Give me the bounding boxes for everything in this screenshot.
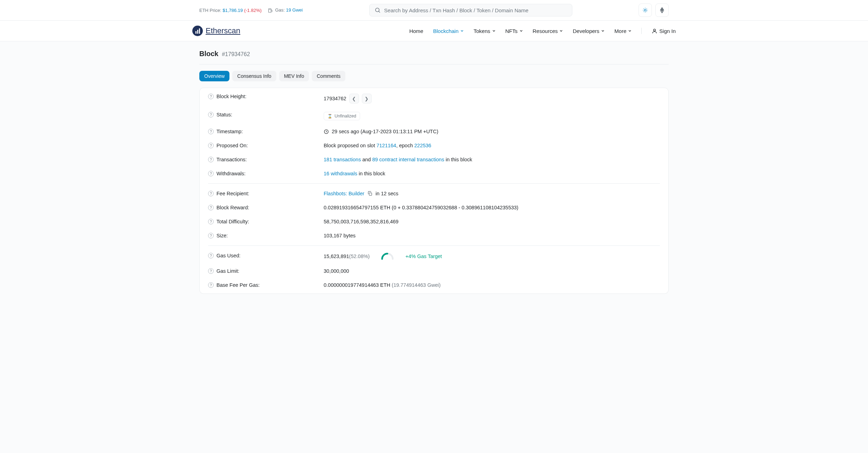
help-icon[interactable]: ? xyxy=(208,129,214,134)
row-gas-limit: ?Gas Limit: 30,000,000 xyxy=(200,264,668,278)
search-bar[interactable] xyxy=(369,4,572,16)
timestamp-full: (Aug-17-2023 01:13:11 PM +UTC) xyxy=(360,129,438,134)
help-icon[interactable]: ? xyxy=(208,191,214,196)
eth-price-change: (-1.82%) xyxy=(243,8,261,13)
row-timestamp: ?Timestamp: 29 secs ago (Aug-17-2023 01:… xyxy=(200,124,668,138)
nav-links: Home Blockchain Tokens NFTs Resources De… xyxy=(409,28,676,34)
proposed-mid: , epoch xyxy=(396,143,414,148)
label: Gas Used: xyxy=(216,253,241,258)
label: Fee Recipient: xyxy=(216,191,249,196)
svg-point-3 xyxy=(654,29,656,31)
label: Total Difficulty: xyxy=(216,219,249,224)
tab-comments[interactable]: Comments xyxy=(312,71,345,81)
gas-label: Gas: xyxy=(274,7,286,13)
ethereum-icon xyxy=(660,7,664,13)
search-icon xyxy=(374,7,381,13)
label: Gas Limit: xyxy=(216,268,239,274)
divider xyxy=(208,183,660,184)
help-icon[interactable]: ? xyxy=(208,94,214,99)
nav-blockchain[interactable]: Blockchain xyxy=(433,28,464,34)
page-header: Block #17934762 xyxy=(199,41,669,64)
label: Status: xyxy=(216,112,232,117)
block-height-value: 17934762 xyxy=(324,96,346,101)
size-value: 103,167 bytes xyxy=(324,233,356,238)
eth-price-link[interactable]: $1,786.19 xyxy=(222,8,243,13)
gas-used-pct: (52.08%) xyxy=(349,253,370,259)
row-gas-used: ?Gas Used: 15,623,891(52.08%) +4% Gas Ta… xyxy=(200,249,668,264)
row-status: ?Status: ⌛Unfinalized xyxy=(200,108,668,124)
sun-icon xyxy=(642,7,648,13)
help-icon[interactable]: ? xyxy=(208,205,214,210)
search-input[interactable] xyxy=(384,7,567,13)
chevron-down-icon xyxy=(460,29,464,33)
divider xyxy=(641,28,642,34)
row-block-reward: ?Block Reward: 0.028919316654797155 ETH … xyxy=(200,201,668,215)
prev-block-button[interactable]: ❮ xyxy=(349,94,359,103)
row-fee-recipient: ?Fee Recipient: Flashbots: Builder in 12… xyxy=(200,187,668,201)
nav-developers[interactable]: Developers xyxy=(573,28,605,34)
nav-tokens[interactable]: Tokens xyxy=(474,28,496,34)
help-icon[interactable]: ? xyxy=(208,282,214,288)
fee-recipient-time: in 12 secs xyxy=(376,191,398,196)
nav-more[interactable]: More xyxy=(614,28,632,34)
row-size: ?Size: 103,167 bytes xyxy=(200,229,668,243)
withdrawals-link[interactable]: 16 withdrawals xyxy=(324,171,357,176)
slot-link[interactable]: 7121164 xyxy=(377,143,396,148)
tab-overview[interactable]: Overview xyxy=(199,71,229,81)
divider xyxy=(208,245,660,246)
label: Block Reward: xyxy=(216,205,249,210)
label: Proposed On: xyxy=(216,143,248,148)
help-icon[interactable]: ? xyxy=(208,233,214,238)
block-number: #17934762 xyxy=(222,51,250,58)
theme-toggle-button[interactable] xyxy=(639,4,652,17)
logo-text: Etherscan xyxy=(206,26,240,35)
gas-target: +4% Gas Target xyxy=(405,253,442,259)
tab-mev[interactable]: MEV Info xyxy=(279,71,309,81)
label: Timestamp: xyxy=(216,129,243,134)
epoch-link[interactable]: 222536 xyxy=(414,143,431,148)
help-icon[interactable]: ? xyxy=(208,157,214,162)
chevron-down-icon xyxy=(559,29,563,33)
chevron-down-icon xyxy=(492,29,496,33)
nav-home[interactable]: Home xyxy=(409,28,423,34)
help-icon[interactable]: ? xyxy=(208,112,214,117)
label: Base Fee Per Gas: xyxy=(216,282,260,288)
gas-limit-value: 30,000,000 xyxy=(324,268,349,274)
help-icon[interactable]: ? xyxy=(208,143,214,148)
label: Block Height: xyxy=(216,94,246,99)
withdrawals-suffix: in this block xyxy=(357,171,385,176)
help-icon[interactable]: ? xyxy=(208,219,214,224)
gas-used-value: 15,623,891 xyxy=(324,253,349,259)
topbar-actions xyxy=(639,4,669,17)
help-icon[interactable]: ? xyxy=(208,253,214,258)
next-block-button[interactable]: ❯ xyxy=(362,94,372,103)
row-withdrawals: ?Withdrawals: 16 withdrawals in this blo… xyxy=(200,167,668,181)
base-fee-eth: 0.000000019774914463 ETH xyxy=(324,282,392,288)
block-reward-value: 0.028919316654797155 ETH (0 + 0.33788042… xyxy=(324,205,518,210)
fee-recipient-link[interactable]: Flashbots: Builder xyxy=(324,191,364,196)
help-icon[interactable]: ? xyxy=(208,171,214,176)
tab-consensus[interactable]: Consensus Info xyxy=(232,71,276,81)
gauge-icon xyxy=(381,253,394,260)
row-total-difficulty: ?Total Difficulty: 58,750,003,716,598,35… xyxy=(200,215,668,229)
copy-icon[interactable] xyxy=(367,191,373,196)
block-details-card: ?Block Height: 17934762 ❮ ❯ ?Status: ⌛Un… xyxy=(199,88,669,294)
nav-nfts[interactable]: NFTs xyxy=(505,28,523,34)
internal-tx-link[interactable]: 89 contract internal transactions xyxy=(372,157,445,162)
tx-count-link[interactable]: 181 transactions xyxy=(324,157,361,162)
eth-network-button[interactable] xyxy=(655,4,669,17)
tabs: Overview Consensus Info MEV Info Comment… xyxy=(199,65,669,88)
status-badge: ⌛Unfinalized xyxy=(324,112,360,120)
gas-link[interactable]: 19 Gwei xyxy=(286,7,303,13)
help-icon[interactable]: ? xyxy=(208,268,214,274)
user-icon xyxy=(652,28,657,34)
svg-point-1 xyxy=(376,8,379,12)
hourglass-icon: ⌛ xyxy=(328,114,332,119)
topbar-stats: ETH Price: $1,786.19 (-1.82%) Gas: 19 Gw… xyxy=(199,7,303,13)
logo-link[interactable]: Etherscan xyxy=(192,26,240,36)
svg-point-2 xyxy=(644,9,646,11)
label: Size: xyxy=(216,233,228,238)
nav-resources[interactable]: Resources xyxy=(533,28,563,34)
signin-link[interactable]: Sign In xyxy=(652,28,676,34)
proposed-pre: Block proposed on slot xyxy=(324,143,377,148)
